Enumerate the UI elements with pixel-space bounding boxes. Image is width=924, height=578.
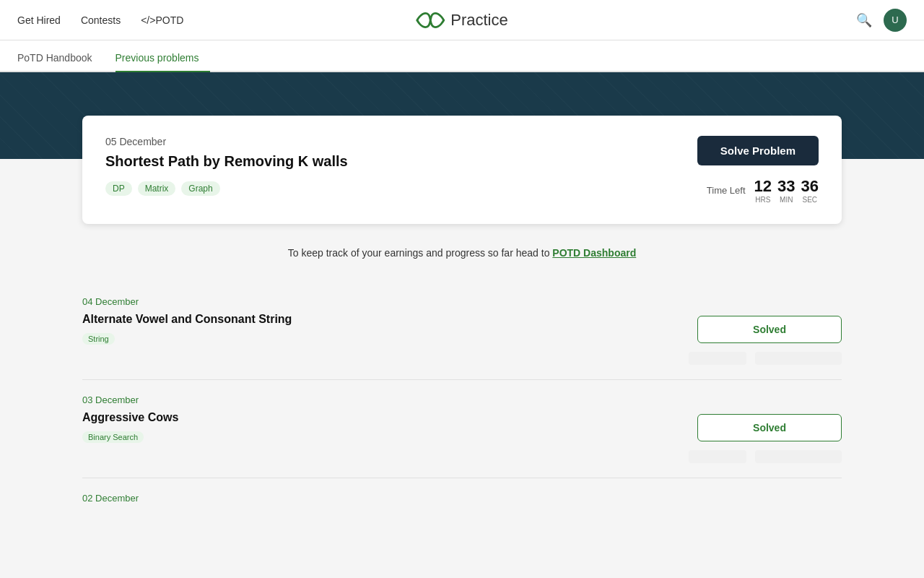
nav-right: 🔍 U bbox=[856, 9, 907, 32]
logo[interactable]: Practice bbox=[416, 10, 507, 30]
timer: Time Left 12 HRS 33 MIN 36 SEC bbox=[707, 177, 819, 204]
potd-dashboard-link[interactable]: POTD Dashboard bbox=[552, 247, 636, 259]
problem-title-0[interactable]: Alternate Vowel and Consonant String bbox=[82, 313, 677, 326]
nav-get-hired[interactable]: Get Hired bbox=[17, 14, 61, 26]
problem-row-1: Aggressive Cows Binary Search Solved bbox=[82, 411, 842, 463]
top-nav: Get Hired Contests </>POTD Practice 🔍 U bbox=[0, 0, 924, 40]
tab-potd-handbook[interactable]: PoTD Handbook bbox=[17, 45, 104, 72]
nav-left: Get Hired Contests </>POTD bbox=[17, 14, 183, 26]
minutes-value: 33 bbox=[777, 177, 795, 196]
problem-row-0: Alternate Vowel and Consonant String Str… bbox=[82, 313, 842, 365]
tag-matrix: Matrix bbox=[138, 181, 176, 196]
difficulty-1 bbox=[689, 450, 746, 463]
problem-list: 04 December Alternate Vowel and Consonan… bbox=[82, 282, 842, 524]
minutes-label: MIN bbox=[777, 196, 795, 204]
main-content: 05 December Shortest Path by Removing K … bbox=[65, 116, 859, 553]
tag-dp: DP bbox=[105, 181, 132, 196]
seconds-value: 36 bbox=[801, 177, 819, 196]
nav-potd[interactable]: </>POTD bbox=[141, 14, 183, 26]
problem-right-0: Solved bbox=[689, 313, 842, 365]
solved-button-1[interactable]: Solved bbox=[697, 414, 842, 441]
today-tags: DP Matrix Graph bbox=[105, 181, 680, 196]
problem-entry-0: 04 December Alternate Vowel and Consonan… bbox=[82, 282, 842, 380]
solve-problem-button[interactable]: Solve Problem bbox=[697, 136, 819, 165]
track-earnings: To keep track of your earnings and progr… bbox=[82, 247, 842, 259]
problem-date-1: 03 December bbox=[82, 394, 842, 405]
problem-meta-1: Binary Search bbox=[82, 431, 677, 443]
timer-hours: 12 HRS bbox=[754, 177, 772, 204]
difficulty-0 bbox=[689, 352, 746, 365]
logo-text: Practice bbox=[450, 11, 507, 30]
gfg-icon bbox=[416, 10, 445, 30]
tab-previous-problems[interactable]: Previous problems bbox=[116, 45, 211, 72]
solved-button-0[interactable]: Solved bbox=[697, 316, 842, 343]
tag-graph: Graph bbox=[181, 181, 219, 196]
success-1 bbox=[755, 450, 842, 463]
problem-entry-1: 03 December Aggressive Cows Binary Searc… bbox=[82, 380, 842, 478]
problem-date-0: 04 December bbox=[82, 296, 842, 307]
sub-nav: PoTD Handbook Previous problems bbox=[0, 40, 924, 72]
problem-tag-0: String bbox=[82, 333, 115, 345]
problem-entry-2: 02 December bbox=[82, 478, 842, 524]
search-icon[interactable]: 🔍 bbox=[856, 12, 872, 28]
problem-tag-1: Binary Search bbox=[82, 431, 144, 443]
today-right: Solve Problem Time Left 12 HRS 33 MIN 36… bbox=[697, 136, 819, 204]
hours-value: 12 bbox=[754, 177, 772, 196]
right-meta-1 bbox=[689, 450, 842, 463]
potd-label: </>POTD bbox=[141, 14, 183, 26]
right-meta-0 bbox=[689, 352, 842, 365]
today-title: Shortest Path by Removing K walls bbox=[105, 153, 680, 170]
success-0 bbox=[755, 352, 842, 365]
timer-values: 12 HRS 33 MIN 36 SEC bbox=[754, 177, 819, 204]
today-date: 05 December bbox=[105, 136, 680, 147]
nav-contests[interactable]: Contests bbox=[81, 14, 121, 26]
problem-left-0: Alternate Vowel and Consonant String Str… bbox=[82, 313, 677, 345]
today-left: 05 December Shortest Path by Removing K … bbox=[105, 136, 680, 196]
problem-right-1: Solved bbox=[689, 411, 842, 463]
problem-meta-0: String bbox=[82, 333, 677, 345]
timer-minutes: 33 MIN bbox=[777, 177, 795, 204]
time-left-label: Time Left bbox=[707, 185, 746, 196]
seconds-label: SEC bbox=[801, 196, 819, 204]
problem-date-2: 02 December bbox=[82, 493, 842, 504]
hours-label: HRS bbox=[754, 196, 772, 204]
today-problem-card: 05 December Shortest Path by Removing K … bbox=[82, 116, 842, 224]
profile-avatar[interactable]: U bbox=[884, 9, 907, 32]
track-text: To keep track of your earnings and progr… bbox=[288, 247, 553, 259]
problem-title-1[interactable]: Aggressive Cows bbox=[82, 411, 677, 424]
timer-seconds: 36 SEC bbox=[801, 177, 819, 204]
problem-left-1: Aggressive Cows Binary Search bbox=[82, 411, 677, 443]
